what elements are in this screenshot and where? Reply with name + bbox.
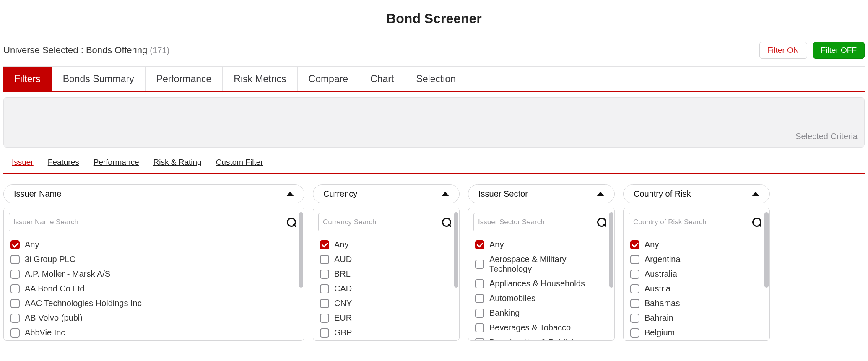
list-item[interactable]: A.P. Moller - Marsk A/S <box>9 267 301 281</box>
page-title: Bond Screener <box>3 0 865 36</box>
list-item[interactable]: Any <box>629 237 766 252</box>
list-item[interactable]: Australia <box>629 267 766 281</box>
list-item[interactable]: Any <box>9 237 301 252</box>
checkbox[interactable] <box>630 240 639 249</box>
list-item[interactable]: AAC Technologies Holdings Inc <box>9 296 301 311</box>
checkbox[interactable] <box>320 314 329 323</box>
list-item[interactable]: Any <box>473 237 611 252</box>
tab-compare[interactable]: Compare <box>298 67 360 91</box>
subtab-risk-rating[interactable]: Risk & Rating <box>153 153 202 173</box>
list-item[interactable]: Bahamas <box>629 296 766 311</box>
checkbox[interactable] <box>630 284 639 293</box>
checkbox[interactable] <box>630 270 639 279</box>
panel-title-issuer-sector: Issuer Sector <box>478 189 528 199</box>
checkbox[interactable] <box>630 255 639 264</box>
filter-off-button[interactable]: Filter OFF <box>813 42 865 59</box>
tab-chart[interactable]: Chart <box>359 67 405 91</box>
checkbox[interactable] <box>10 270 20 279</box>
search-icon[interactable] <box>442 218 451 227</box>
tab-filters[interactable]: Filters <box>3 67 52 91</box>
search-icon[interactable] <box>287 218 296 227</box>
option-label: Beverages & Tobacco <box>489 323 571 332</box>
checkbox[interactable] <box>630 299 639 308</box>
list-item[interactable]: AbbVie Inc <box>9 325 301 340</box>
checkbox[interactable] <box>630 314 639 323</box>
list-item[interactable]: AUD <box>318 252 456 267</box>
option-label: 3i Group PLC <box>25 255 75 264</box>
panel-body-currency: Any AUD BRL CAD CNY EUR GBP <box>313 208 460 341</box>
subtab-issuer[interactable]: Issuer <box>12 153 34 173</box>
subtabs: Issuer Features Performance Risk & Ratin… <box>3 153 865 174</box>
list-item[interactable]: Beverages & Tobacco <box>473 320 611 335</box>
checkbox[interactable] <box>320 255 329 264</box>
list-item[interactable]: Appliances & Households <box>473 276 611 291</box>
checkbox[interactable] <box>475 323 484 332</box>
tab-risk-metrics[interactable]: Risk Metrics <box>223 67 297 91</box>
list-item[interactable]: Austria <box>629 281 766 296</box>
checkbox[interactable] <box>10 284 20 293</box>
tab-performance[interactable]: Performance <box>146 67 223 91</box>
list-item[interactable]: Banking <box>473 306 611 320</box>
checkbox[interactable] <box>10 255 20 264</box>
checkbox[interactable] <box>320 284 329 293</box>
panel-head-currency[interactable]: Currency <box>313 184 460 203</box>
selected-criteria-box: Selected Criteria <box>3 97 865 148</box>
panel-title-issuer-name: Issuer Name <box>14 189 61 199</box>
scrollbar[interactable] <box>609 212 613 288</box>
list-item[interactable]: Aerospace & Military Technology <box>473 252 611 276</box>
list-item[interactable]: AB Volvo (publ) <box>9 311 301 325</box>
checkbox[interactable] <box>630 328 639 338</box>
list-item[interactable]: GBP <box>318 325 456 340</box>
subtab-custom-filter[interactable]: Custom Filter <box>216 153 263 173</box>
option-label: Any <box>334 240 348 249</box>
option-label: CAD <box>334 284 352 293</box>
panel-head-issuer-name[interactable]: Issuer Name <box>3 184 304 203</box>
list-item[interactable]: Bahrain <box>629 311 766 325</box>
checkbox[interactable] <box>10 299 20 308</box>
list-item[interactable]: Automobiles <box>473 291 611 306</box>
subtab-performance[interactable]: Performance <box>94 153 139 173</box>
panel-head-country-of-risk[interactable]: Country of Risk <box>623 184 770 203</box>
subtab-features[interactable]: Features <box>48 153 79 173</box>
checkbox[interactable] <box>10 328 20 338</box>
checkbox[interactable] <box>320 240 329 249</box>
list-item[interactable]: EUR <box>318 311 456 325</box>
scrollbar[interactable] <box>764 212 769 288</box>
scrollbar[interactable] <box>454 212 458 288</box>
list-item[interactable]: Any <box>318 237 456 252</box>
search-icon[interactable] <box>752 218 761 227</box>
option-label: Automobiles <box>489 293 535 303</box>
checkbox[interactable] <box>320 328 329 338</box>
country-of-risk-search-input[interactable] <box>633 218 752 226</box>
checkbox[interactable] <box>475 309 484 318</box>
issuer-sector-search-input[interactable] <box>478 218 597 226</box>
checkbox[interactable] <box>475 240 484 249</box>
checkbox[interactable] <box>10 240 20 249</box>
tab-bonds-summary[interactable]: Bonds Summary <box>52 67 146 91</box>
currency-search-input[interactable] <box>323 218 442 226</box>
list-item[interactable]: CNY <box>318 296 456 311</box>
option-label: Any <box>489 240 504 249</box>
list-item[interactable]: Argentina <box>629 252 766 267</box>
list-item[interactable]: AA Bond Co Ltd <box>9 281 301 296</box>
search-icon[interactable] <box>597 218 606 227</box>
checkbox[interactable] <box>320 270 329 279</box>
checkbox[interactable] <box>475 260 484 269</box>
issuer-name-search-input[interactable] <box>13 218 287 226</box>
option-label: Any <box>645 240 659 249</box>
checkbox[interactable] <box>475 279 484 288</box>
checkbox[interactable] <box>475 338 484 341</box>
scrollbar[interactable] <box>299 212 303 288</box>
tab-selection[interactable]: Selection <box>405 67 467 91</box>
checkbox[interactable] <box>475 294 484 303</box>
search-row-issuer-sector <box>473 213 611 231</box>
filter-on-button[interactable]: Filter ON <box>759 42 807 59</box>
list-item[interactable]: Broadcasting & Publishing <box>473 335 611 341</box>
list-item[interactable]: BRL <box>318 267 456 281</box>
checkbox[interactable] <box>10 314 20 323</box>
checkbox[interactable] <box>320 299 329 308</box>
list-item[interactable]: CAD <box>318 281 456 296</box>
list-item[interactable]: 3i Group PLC <box>9 252 301 267</box>
list-item[interactable]: Belgium <box>629 325 766 340</box>
panel-head-issuer-sector[interactable]: Issuer Sector <box>468 184 615 203</box>
